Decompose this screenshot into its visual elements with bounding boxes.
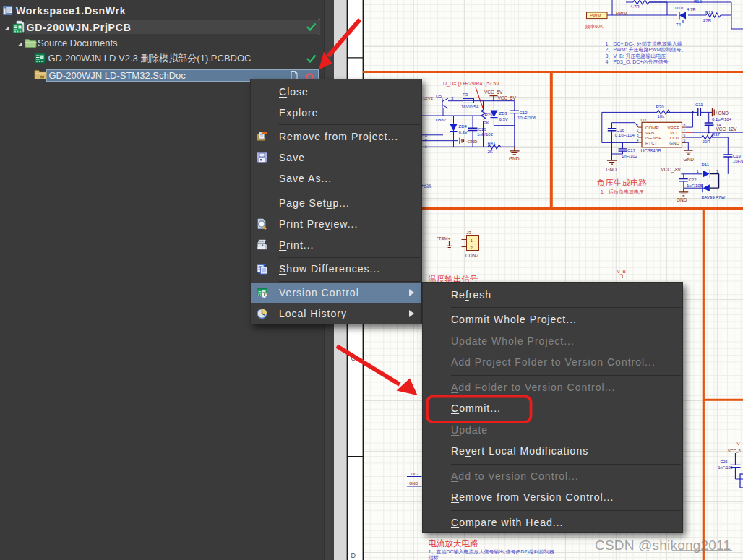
svg-text:GND: GND <box>606 167 617 172</box>
svg-text:C25: C25 <box>721 460 728 464</box>
svg-text:ZD3: ZD3 <box>499 111 508 116</box>
svg-text:C: C <box>351 355 356 362</box>
svg-text:VFB: VFB <box>645 130 654 135</box>
svg-text:3、V_B: 升压电路输出电压: 3、V_B: 升压电路输出电压 <box>606 53 666 59</box>
svg-text:U_O= (1+R29/R41)*2.5V: U_O= (1+R29/R41)*2.5V <box>443 81 499 87</box>
svg-text:R41: R41 <box>488 141 497 145</box>
svg-text:1: 1 <box>637 123 639 127</box>
svg-text:DC-: DC- <box>411 472 418 476</box>
svg-text:J3: J3 <box>467 231 472 235</box>
svg-text:VCC_12V: VCC_12V <box>716 126 738 132</box>
svg-text:1、DC+,DC-: 外部直流电源输入端: 1、DC+,DC-: 外部直流电源输入端 <box>606 41 682 47</box>
svg-text:OUT: OUT <box>670 135 679 140</box>
svg-text:4: 4 <box>637 138 639 142</box>
svg-text:D882: D882 <box>436 118 447 122</box>
svg-text:UC3845B: UC3845B <box>641 148 661 153</box>
svg-text:电源: 电源 <box>422 183 432 188</box>
svg-text:C19: C19 <box>733 154 742 158</box>
svg-text:GND: GND <box>684 157 695 162</box>
svg-text:4.7R: 4.7R <box>687 7 696 12</box>
svg-text:1nF/102: 1nF/102 <box>477 132 494 137</box>
svg-text:10uF/106: 10uF/106 <box>517 116 536 120</box>
svg-text:CON2: CON2 <box>465 253 478 258</box>
svg-text:VCC_5V: VCC_5V <box>484 90 503 95</box>
svg-text:Q5: Q5 <box>436 94 442 98</box>
svg-text:16V/0.5A: 16V/0.5A <box>461 105 479 109</box>
svg-text:R30: R30 <box>656 105 665 109</box>
svg-text:PWM: PWM <box>590 13 601 18</box>
svg-text:VCC_5V: VCC_5V <box>498 95 517 101</box>
svg-text:PWM: PWM <box>616 11 627 16</box>
svg-text:VCC_5: VCC_5 <box>728 449 741 453</box>
svg-text:2K: 2K <box>484 121 489 125</box>
svg-text:•GND: •GND <box>466 139 478 144</box>
svg-text:6: 6 <box>684 133 686 137</box>
svg-text:VCC_-8V: VCC_-8V <box>661 167 682 173</box>
svg-text:8: 8 <box>684 123 686 127</box>
svg-text:R19: R19 <box>705 10 714 14</box>
svg-text:6.3V: 6.3V <box>499 117 508 121</box>
svg-text:1uF/105: 1uF/105 <box>687 184 703 188</box>
svg-text:D10: D10 <box>675 6 684 10</box>
svg-text:4、PD3_O: DC+的分压信号: 4、PD3_O: DC+的分压信号 <box>606 59 669 65</box>
svg-text:D11: D11 <box>702 163 710 167</box>
svg-text:1、运放负电源电压: 1、运放负电源电压 <box>601 189 644 195</box>
svg-text:GND: GND <box>509 156 520 161</box>
svg-text:负压生成电路: 负压生成电路 <box>597 178 648 187</box>
svg-text:VCC: VCC <box>670 130 680 135</box>
svg-text:RTCT: RTCT <box>645 140 658 145</box>
svg-text:U3: U3 <box>641 118 647 122</box>
svg-text:R15: R15 <box>694 0 703 4</box>
svg-text:2K: 2K <box>488 150 493 154</box>
svg-text:1nF/102: 1nF/102 <box>622 154 638 158</box>
svg-text:V_B: V_B <box>617 269 626 275</box>
svg-text:R37: R37 <box>712 132 721 137</box>
svg-text:12V2: 12V2 <box>423 96 434 100</box>
svg-text:C16: C16 <box>478 127 487 132</box>
svg-text:7: 7 <box>684 128 686 132</box>
svg-text:F3: F3 <box>463 92 468 97</box>
svg-text:3: 3 <box>637 133 639 137</box>
svg-text:C17: C17 <box>627 148 636 152</box>
svg-text:C12: C12 <box>520 111 528 115</box>
svg-text:COMP: COMP <box>645 125 659 130</box>
svg-text:BAV99 A7W: BAV99 A7W <box>702 195 726 199</box>
svg-text:电流放大电路: 电流放大电路 <box>429 539 479 548</box>
svg-text:6.3V: 6.3V <box>459 130 468 134</box>
svg-text:2、PWM: 升压电路PWM控制信号。: 2、PWM: 升压电路PWM控制信号。 <box>606 47 687 53</box>
svg-text:R29: R29 <box>485 113 494 117</box>
svg-text:T4: T4 <box>676 22 682 27</box>
svg-text:4.7R: 4.7R <box>630 4 640 9</box>
svg-text:C22: C22 <box>689 178 697 182</box>
svg-text:20R: 20R <box>703 139 711 144</box>
svg-text:GND: GND <box>677 197 687 202</box>
svg-text:1uF/1: 1uF/1 <box>733 159 743 163</box>
svg-text:GND: GND <box>409 481 418 486</box>
svg-text:*TEM+: *TEM+ <box>437 236 451 241</box>
svg-text:D: D <box>351 552 356 559</box>
svg-text:GND: GND <box>669 140 679 145</box>
svg-text:0.1uF/104: 0.1uF/104 <box>615 133 635 137</box>
svg-text:0.1uF/104: 0.1uF/104 <box>712 117 732 121</box>
svg-text:V: V <box>737 441 740 446</box>
svg-text:ZD4: ZD4 <box>459 124 468 129</box>
svg-text:27R: 27R <box>703 18 712 22</box>
svg-text:GND: GND <box>718 111 729 116</box>
svg-text:C16: C16 <box>617 128 625 132</box>
svg-text:5: 5 <box>684 138 686 142</box>
svg-text:指标:: 指标: <box>428 555 440 560</box>
svg-text:C11: C11 <box>695 103 703 107</box>
svg-text:2: 2 <box>637 128 639 132</box>
svg-text:ISENSE: ISENSE <box>645 135 662 140</box>
svg-text:1、直流DC输入电流放大信号输出,信号(PD2)给到控制器: 1、直流DC输入电流放大信号输出,信号(PD2)给到控制器 <box>429 549 554 555</box>
svg-text:频率60K: 频率60K <box>585 24 604 29</box>
svg-text:10k: 10k <box>658 114 666 119</box>
svg-text:VREF: VREF <box>667 125 679 130</box>
